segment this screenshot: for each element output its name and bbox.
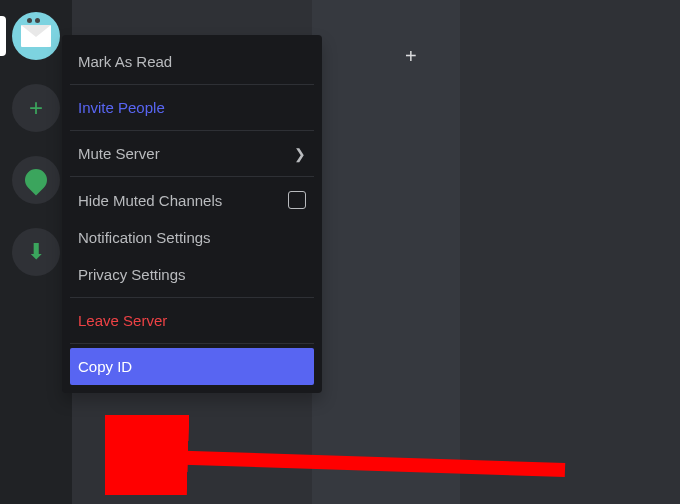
menu-divider xyxy=(70,297,314,298)
menu-item-invite-people[interactable]: Invite People xyxy=(70,89,314,126)
server-icon-selected[interactable] xyxy=(12,12,60,60)
chevron-right-icon: ❯ xyxy=(294,146,306,162)
menu-label: Notification Settings xyxy=(78,229,211,246)
phone-icon xyxy=(20,164,51,195)
download-icon: ⬇ xyxy=(27,239,45,265)
menu-item-copy-id[interactable]: Copy ID xyxy=(70,348,314,385)
server-icon-2[interactable] xyxy=(12,156,60,204)
menu-label: Invite People xyxy=(78,99,165,116)
menu-label: Privacy Settings xyxy=(78,266,186,283)
menu-divider xyxy=(70,84,314,85)
menu-label: Mark As Read xyxy=(78,53,172,70)
menu-divider xyxy=(70,130,314,131)
menu-label: Copy ID xyxy=(78,358,132,375)
menu-label: Mute Server xyxy=(78,145,160,162)
menu-item-privacy-settings[interactable]: Privacy Settings xyxy=(70,256,314,293)
menu-item-notification-settings[interactable]: Notification Settings xyxy=(70,219,314,256)
menu-label: Hide Muted Channels xyxy=(78,192,222,209)
menu-item-mute-server[interactable]: Mute Server ❯ xyxy=(70,135,314,172)
menu-divider xyxy=(70,343,314,344)
download-apps-button[interactable]: ⬇ xyxy=(12,228,60,276)
menu-label: Leave Server xyxy=(78,312,167,329)
add-server-button[interactable]: + xyxy=(12,84,60,132)
envelope-icon xyxy=(21,25,51,47)
server-context-menu: Mark As Read Invite People Mute Server ❯… xyxy=(62,35,322,393)
menu-item-mark-as-read[interactable]: Mark As Read xyxy=(70,43,314,80)
add-channel-icon[interactable]: + xyxy=(405,45,417,68)
right-panel xyxy=(460,0,680,504)
menu-item-leave-server[interactable]: Leave Server xyxy=(70,302,314,339)
checkbox-icon[interactable] xyxy=(288,191,306,209)
menu-divider xyxy=(70,176,314,177)
plus-icon: + xyxy=(29,94,43,122)
menu-item-hide-muted-channels[interactable]: Hide Muted Channels xyxy=(70,181,314,219)
